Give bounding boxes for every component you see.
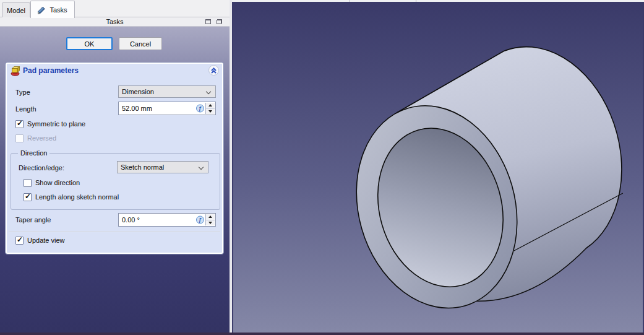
length-along-sketch-normal-label: Length along sketch normal bbox=[35, 193, 119, 201]
taper-angle-input[interactable]: 0.00 ° bbox=[118, 213, 216, 227]
taper-angle-label: Taper angle bbox=[15, 216, 51, 224]
symmetric-to-plane-checkbox[interactable] bbox=[15, 120, 24, 128]
direction-edge-label: Direction/edge: bbox=[19, 164, 64, 172]
direction-group: Direction Direction/edge: Sketch normal … bbox=[11, 153, 220, 210]
symmetric-to-plane-label: Symmetric to plane bbox=[27, 120, 85, 128]
tasks-panel-titlebar: Tasks bbox=[0, 17, 230, 27]
edit-pencil-icon bbox=[38, 5, 47, 14]
collapse-icon[interactable] bbox=[208, 65, 219, 76]
type-label: Type bbox=[15, 89, 30, 97]
expression-icon[interactable] bbox=[196, 216, 204, 224]
update-view-checkbox[interactable] bbox=[15, 237, 24, 245]
cancel-button[interactable]: Cancel bbox=[119, 37, 162, 50]
length-value: 52.00 mm bbox=[122, 105, 152, 112]
pad-icon bbox=[10, 65, 22, 76]
spin-down-icon[interactable] bbox=[206, 108, 215, 115]
tasks-panel-title: Tasks bbox=[106, 18, 123, 25]
spin-up-icon[interactable] bbox=[206, 103, 215, 108]
direction-group-title: Direction bbox=[18, 149, 49, 157]
reversed-checkbox bbox=[15, 134, 24, 142]
3d-viewport-canvas[interactable] bbox=[232, 2, 644, 333]
expression-icon[interactable] bbox=[196, 105, 204, 113]
pad-parameters-title: Pad parameters bbox=[23, 66, 79, 75]
ok-button[interactable]: OK bbox=[66, 37, 113, 50]
spin-down-icon[interactable] bbox=[206, 220, 215, 226]
viewport-top-edge bbox=[232, 0, 644, 2]
type-select-value: Dimension bbox=[122, 88, 154, 95]
panel-tabbar: Model Tasks bbox=[0, 0, 230, 17]
tab-model[interactable]: Model bbox=[2, 2, 30, 17]
update-view-label: Update view bbox=[27, 237, 65, 245]
pad-parameters-box: Pad parameters Type Dimension Length bbox=[5, 62, 224, 255]
tasks-panel-body: OK Cancel Pad parameters bbox=[0, 27, 230, 333]
tab-tasks[interactable]: Tasks bbox=[30, 1, 75, 18]
length-along-sketch-normal-checkbox[interactable] bbox=[24, 193, 32, 201]
length-input[interactable]: 52.00 mm bbox=[118, 102, 216, 115]
reversed-label: Reversed bbox=[27, 134, 56, 142]
direction-edge-select[interactable]: Sketch normal bbox=[117, 161, 208, 173]
window-bottom-edge bbox=[0, 333, 644, 335]
direction-edge-value: Sketch normal bbox=[121, 163, 164, 171]
type-select[interactable]: Dimension bbox=[118, 85, 216, 98]
spin-up-icon[interactable] bbox=[206, 214, 215, 220]
length-label: Length bbox=[15, 105, 36, 113]
tab-tasks-label: Tasks bbox=[49, 6, 67, 14]
tab-model-label: Model bbox=[7, 7, 25, 14]
taper-angle-value: 0.00 ° bbox=[122, 216, 140, 224]
separator-line bbox=[9, 231, 220, 232]
pad-parameters-header[interactable]: Pad parameters bbox=[8, 64, 221, 77]
3d-viewport[interactable] bbox=[232, 0, 644, 333]
float-panel-icon[interactable] bbox=[205, 19, 211, 24]
dock-panel-icon[interactable] bbox=[217, 19, 222, 24]
freecad-window: Model Tasks Tasks bbox=[0, 0, 644, 335]
show-direction-label: Show direction bbox=[35, 179, 80, 187]
show-direction-checkbox[interactable] bbox=[24, 179, 32, 187]
left-panel: Model Tasks Tasks bbox=[0, 0, 230, 335]
